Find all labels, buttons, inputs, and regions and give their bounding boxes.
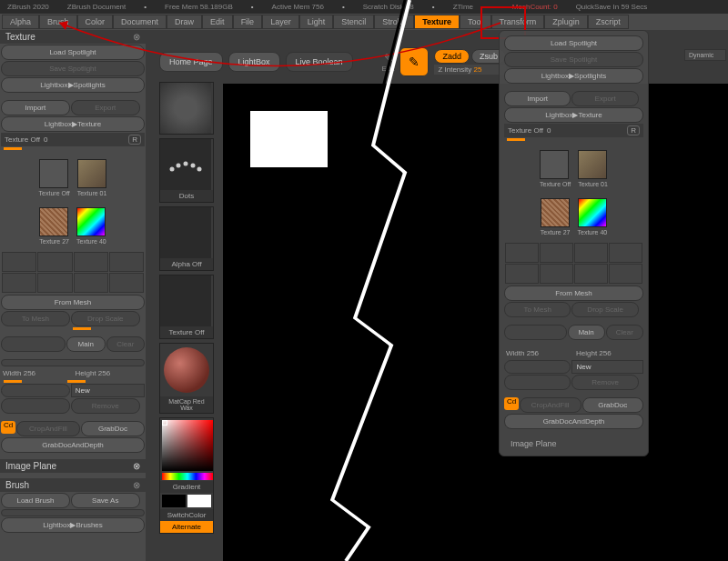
menu-edit[interactable]: Edit xyxy=(202,15,233,29)
popup-lightbox-spotlights[interactable]: Lightbox▶Spotlights xyxy=(504,68,643,84)
import-button[interactable]: Import xyxy=(1,100,70,115)
popup-tool-6[interactable] xyxy=(540,264,573,284)
export-button[interactable]: Export xyxy=(71,100,140,115)
live-boolean-button[interactable]: Live Boolean xyxy=(286,52,353,72)
tool-icon-3[interactable] xyxy=(74,252,108,272)
grabdocdepth-button[interactable]: GrabDocAndDepth xyxy=(1,437,145,453)
popup-load-spotlight[interactable]: Load Spotlight xyxy=(504,35,643,51)
menu-color[interactable]: Color xyxy=(77,15,114,29)
dynamic-button[interactable]: Dynamic xyxy=(684,49,726,61)
swatch-texture-40[interactable] xyxy=(76,207,106,236)
menu-texture[interactable]: Texture xyxy=(414,15,460,29)
popup-lightbox-texture[interactable]: Lightbox▶Texture xyxy=(504,107,643,123)
popup-tool-2[interactable] xyxy=(540,243,573,263)
palette-colors-button[interactable] xyxy=(1,359,145,366)
strip-matcap[interactable]: MatCap Red Wax xyxy=(159,343,214,414)
cropandfill-button[interactable]: CropAndFill xyxy=(16,421,80,436)
clone-button[interactable] xyxy=(1,384,70,397)
edit-button[interactable]: Edit xyxy=(382,65,395,73)
swatch-texture-off[interactable] xyxy=(39,159,68,188)
save-as-button[interactable]: Save As xyxy=(71,493,140,508)
popup-save-spotlight[interactable]: Save Spotlight xyxy=(504,52,643,67)
cd-button[interactable]: Cd xyxy=(1,421,15,434)
lightbox-brushes-button[interactable]: Lightbox▶Brushes xyxy=(1,517,145,533)
menu-transform[interactable]: Transform xyxy=(491,15,545,29)
popup-drop-scale[interactable]: Drop Scale xyxy=(571,302,638,317)
popup-tool-8[interactable] xyxy=(609,264,642,284)
strip-dots[interactable]: Dots xyxy=(159,138,214,203)
load-spotlight-button[interactable]: Load Spotlight xyxy=(1,45,145,60)
swatch-texture-27[interactable] xyxy=(39,207,68,236)
menu-stencil[interactable]: Stencil xyxy=(333,15,374,29)
popup-swatch-40[interactable] xyxy=(578,198,607,227)
save-spotlight-button[interactable]: Save Spotlight xyxy=(1,61,145,76)
black-swatch[interactable] xyxy=(162,495,186,507)
tool-icon-1[interactable] xyxy=(2,252,36,272)
menu-brush[interactable]: Brush xyxy=(39,15,77,29)
drop-scale-button[interactable]: Drop Scale xyxy=(71,311,140,326)
tool-icon-5[interactable] xyxy=(2,273,36,293)
tool-icon-6[interactable] xyxy=(37,273,72,293)
menu-file[interactable]: File xyxy=(233,15,263,29)
tool-icon-8[interactable] xyxy=(109,273,144,293)
menu-alpha[interactable]: Alpha xyxy=(2,15,39,29)
popup-import[interactable]: Import xyxy=(504,91,571,106)
strip-brush[interactable] xyxy=(159,82,214,135)
popup-swatch-01[interactable] xyxy=(578,150,607,179)
image-plane-header[interactable]: Image Plane ⊗ xyxy=(0,459,146,473)
popup-from-mesh[interactable]: From Mesh xyxy=(504,286,643,301)
popup-tool-1[interactable] xyxy=(505,243,539,263)
popup-to-mesh[interactable]: To Mesh xyxy=(504,302,571,317)
menu-stroke[interactable]: Stroke xyxy=(374,15,414,29)
lightbox-texture-button[interactable]: Lightbox▶Texture xyxy=(1,116,145,132)
menu-light[interactable]: Light xyxy=(299,15,334,29)
popup-swatch-27[interactable] xyxy=(541,198,570,227)
canvas[interactable] xyxy=(223,84,728,561)
white-swatch[interactable] xyxy=(187,495,211,507)
swatch-texture-01[interactable] xyxy=(77,159,106,188)
popup-new[interactable]: New xyxy=(571,360,643,374)
popup-grabdoc[interactable]: GrabDoc xyxy=(582,397,644,413)
menu-zplugin[interactable]: Zplugin xyxy=(544,15,588,29)
zadd-button[interactable]: Zadd xyxy=(434,49,470,64)
draw-button[interactable]: ✎ xyxy=(399,47,429,76)
popup-export[interactable]: Export xyxy=(571,91,638,106)
to-mesh-button[interactable]: To Mesh xyxy=(1,311,70,326)
new-button[interactable]: New xyxy=(71,384,145,397)
clear-button[interactable]: Clear xyxy=(106,336,146,352)
popup-texture-off-slider[interactable]: Texture Off 0 R xyxy=(504,124,643,137)
makealpha-button[interactable] xyxy=(1,398,70,414)
strip-alpha[interactable]: Alpha Off xyxy=(159,206,214,271)
remove-button[interactable]: Remove xyxy=(71,398,140,414)
popup-tool-5[interactable] xyxy=(505,264,539,284)
load-brush-button[interactable]: Load Brush xyxy=(1,493,70,508)
close-icon[interactable]: ⊗ xyxy=(133,480,140,490)
tool-icon-2[interactable] xyxy=(37,252,72,272)
popup-grabdocdepth[interactable]: GrabDocAndDepth xyxy=(504,414,643,429)
popup-tool-3[interactable] xyxy=(574,243,608,263)
reset-icon[interactable]: R xyxy=(128,135,141,145)
menu-document[interactable]: Document xyxy=(113,15,167,29)
tool-icon-4[interactable] xyxy=(109,252,144,272)
grad-button[interactable] xyxy=(1,336,66,352)
main-button[interactable]: Main xyxy=(66,336,106,352)
alternate-button[interactable]: Alternate xyxy=(160,521,213,533)
menu-zscript[interactable]: Zscript xyxy=(588,15,629,29)
grabdoc-button[interactable]: GrabDoc xyxy=(81,421,145,436)
menu-layer[interactable]: Layer xyxy=(262,15,299,29)
from-mesh-button[interactable]: From Mesh xyxy=(1,295,145,310)
brush-slot[interactable] xyxy=(1,509,145,516)
popup-clear[interactable]: Clear xyxy=(606,325,643,340)
tool-icon-7[interactable] xyxy=(74,273,108,293)
popup-image-plane[interactable]: Image Plane xyxy=(503,436,644,452)
expand-icon[interactable]: ⊗ xyxy=(133,461,140,471)
popup-cd[interactable]: Cd xyxy=(504,397,519,410)
strip-colorpicker[interactable]: Gradient SwitchColor Alternate xyxy=(159,417,214,534)
strip-texture[interactable]: Texture Off xyxy=(159,275,214,339)
lightbox-spotlights-button[interactable]: Lightbox▶Spotlights xyxy=(1,77,145,93)
close-icon[interactable]: ⊗ xyxy=(133,32,140,42)
menu-draw[interactable]: Draw xyxy=(167,15,202,29)
texture-off-slider[interactable]: Texture Off 0 R xyxy=(1,133,145,146)
lightbox-button[interactable]: LightBox xyxy=(228,52,280,72)
popup-main[interactable]: Main xyxy=(568,325,605,340)
